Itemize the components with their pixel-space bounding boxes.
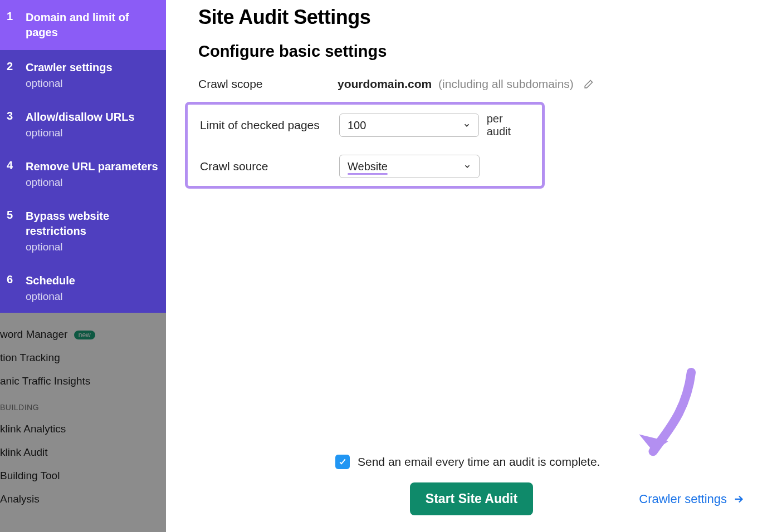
step-number: 1 — [7, 10, 26, 40]
step-number: 6 — [7, 273, 26, 303]
footer-actions: Send an email every time an audit is com… — [198, 455, 745, 515]
bg-nav-item: anic Traffic Insights — [0, 370, 166, 393]
limit-pages-row: Limit of checked pages 100 per audit — [200, 112, 530, 138]
limit-pages-suffix: per audit — [487, 112, 530, 138]
crawler-settings-link[interactable]: Crawler settings — [639, 492, 745, 506]
start-site-audit-button[interactable]: Start Site Audit — [410, 482, 533, 515]
step-title: Domain and limit of pages — [26, 10, 158, 40]
wizard-step-crawler-settings[interactable]: 2 Crawler settings optional — [0, 50, 166, 100]
email-notify-label: Send an email every time an audit is com… — [358, 455, 600, 469]
wizard-sidebar: word Manager new tion Tracking anic Traf… — [0, 0, 166, 532]
wizard-steps: 1 Domain and limit of pages 2 Crawler se… — [0, 0, 166, 313]
crawl-scope-row: Crawl scope yourdomain.com (including al… — [198, 77, 745, 91]
step-optional: optional — [26, 77, 158, 90]
crawl-scope-value: yourdomain.com (including all subdomains… — [338, 77, 594, 91]
email-notify-checkbox[interactable] — [335, 455, 350, 469]
email-notify-row: Send an email every time an audit is com… — [335, 455, 745, 469]
crawl-scope-label: Crawl scope — [198, 77, 338, 91]
step-optional: optional — [26, 127, 158, 139]
limit-pages-dropdown[interactable]: 100 — [339, 114, 479, 137]
next-link-label: Crawler settings — [639, 492, 727, 506]
crawl-scope-suffix: (including all subdomains) — [438, 77, 574, 90]
step-number: 2 — [7, 60, 26, 90]
step-number: 4 — [7, 159, 26, 189]
limit-pages-label: Limit of checked pages — [200, 119, 339, 132]
step-number: 5 — [7, 209, 26, 253]
page-title: Site Audit Settings — [198, 6, 745, 29]
bg-nav-label: word Manager — [0, 328, 67, 340]
bg-nav-item: tion Tracking — [0, 346, 166, 370]
wizard-step-bypass-restrictions[interactable]: 5 Bypass website restrictions optional — [0, 199, 166, 263]
bg-nav-item: klink Analytics — [0, 417, 166, 441]
highlighted-settings: Limit of checked pages 100 per audit Cra… — [185, 102, 545, 189]
bg-nav-section: BUILDING — [0, 403, 166, 412]
chevron-down-icon — [463, 121, 471, 129]
step-optional: optional — [26, 241, 158, 253]
chevron-down-icon — [463, 162, 471, 170]
main-content: Site Audit Settings Configure basic sett… — [166, 0, 777, 532]
step-optional: optional — [26, 290, 158, 303]
step-title: Bypass website restrictions — [26, 209, 158, 239]
wizard-step-domain-limit[interactable]: 1 Domain and limit of pages — [0, 0, 166, 50]
wizard-step-allow-disallow-urls[interactable]: 3 Allow/disallow URLs optional — [0, 100, 166, 149]
new-badge: new — [74, 331, 95, 339]
step-title: Allow/disallow URLs — [26, 110, 158, 125]
crawl-source-dropdown[interactable]: Website — [339, 155, 480, 178]
annotation-arrow-icon — [627, 367, 705, 467]
bg-nav-item: Analysis — [0, 487, 166, 511]
crawl-source-value: Website — [348, 160, 388, 173]
step-optional: optional — [26, 176, 158, 189]
bg-nav-item: klink Audit — [0, 441, 166, 464]
wizard-step-schedule[interactable]: 6 Schedule optional — [0, 263, 166, 313]
step-title: Remove URL parameters — [26, 159, 158, 174]
section-title: Configure basic settings — [198, 42, 745, 61]
crawl-source-label: Crawl source — [200, 160, 339, 173]
crawl-source-row: Crawl source Website — [200, 155, 530, 178]
step-number: 3 — [7, 110, 26, 139]
wizard-step-remove-url-parameters[interactable]: 4 Remove URL parameters optional — [0, 149, 166, 199]
step-title: Schedule — [26, 273, 158, 288]
limit-pages-value: 100 — [348, 119, 366, 132]
edit-icon[interactable] — [583, 79, 594, 90]
crawl-scope-domain: yourdomain.com — [338, 77, 432, 90]
bg-nav-item: Building Tool — [0, 464, 166, 487]
step-title: Crawler settings — [26, 60, 158, 75]
bg-nav-item: word Manager new — [0, 323, 166, 346]
